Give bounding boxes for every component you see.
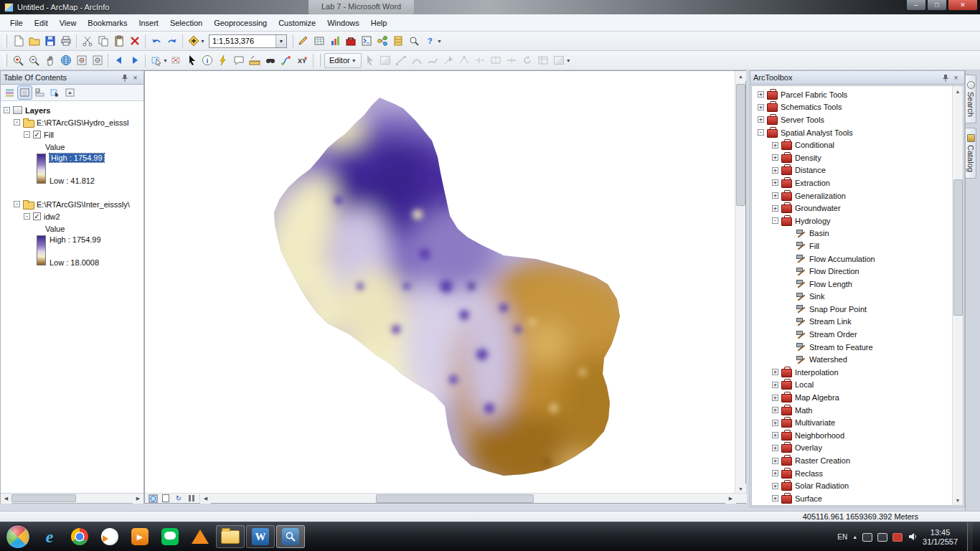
toolbox-tree-item[interactable]: + Conditional — [753, 138, 963, 151]
select-elements-icon[interactable] — [184, 53, 199, 68]
toolbox-tree-item[interactable]: + Reclass — [753, 467, 963, 480]
arctoolbox-vertical-scrollbar[interactable]: ▲ ▼ — [952, 86, 963, 505]
show-desktop-button[interactable] — [967, 522, 973, 551]
data-view-button[interactable] — [147, 494, 159, 503]
cut-polygons-icon[interactable] — [489, 53, 504, 68]
scroll-right-arrow[interactable]: ▶ — [725, 494, 736, 504]
editor-toolbar-icon[interactable] — [296, 34, 311, 49]
scroll-down-arrow[interactable]: ▼ — [735, 484, 746, 494]
hyperlink-icon[interactable] — [216, 53, 231, 68]
close-panel-icon[interactable]: × — [130, 73, 141, 83]
pin-icon[interactable] — [119, 73, 130, 83]
menu-item[interactable]: Help — [365, 16, 393, 30]
toc-layer-item[interactable]: - ✓ Fill — [4, 128, 143, 141]
pin-icon[interactable] — [940, 73, 951, 83]
layout-view-button[interactable] — [160, 494, 171, 503]
toolbox-tree-item[interactable]: Stream Order — [753, 328, 963, 341]
scroll-left-arrow[interactable]: ◀ — [200, 494, 211, 504]
edit-annotation-icon[interactable] — [378, 53, 393, 68]
point-tool-icon[interactable] — [441, 53, 456, 68]
rotate-tool-icon[interactable] — [520, 53, 535, 68]
background-window-title[interactable]: Lab 7 - Microsoft Word — [308, 0, 414, 14]
toolbar-overflow-arrow[interactable]: ▼ — [566, 58, 571, 63]
toolbox-tree-item[interactable]: + Schematics Tools — [753, 101, 963, 114]
expand-collapse-icon[interactable]: + — [772, 369, 778, 375]
menu-item[interactable]: File — [4, 16, 29, 30]
toolbox-tree-item[interactable]: Flow Direction — [753, 265, 963, 278]
identify-icon[interactable]: i — [200, 53, 215, 68]
menu-item[interactable]: Selection — [164, 16, 208, 30]
zoom-in-icon[interactable] — [11, 53, 26, 68]
expand-collapse-icon[interactable]: + — [772, 179, 778, 186]
start-button[interactable] — [6, 524, 30, 549]
toolbox-tree-item[interactable]: + Overlay — [753, 442, 963, 455]
toolbox-tree-item[interactable]: Watershed — [753, 353, 963, 366]
toolbox-tree-item[interactable]: Stream Link — [753, 316, 963, 329]
copy-icon[interactable] — [95, 34, 110, 49]
menu-item[interactable]: Geoprocessing — [208, 16, 273, 30]
expand-collapse-icon[interactable]: + — [758, 104, 764, 110]
toolbox-tree-item[interactable]: + Generalization — [753, 189, 963, 202]
expand-collapse-icon[interactable]: + — [772, 432, 778, 438]
legend-high-label[interactable]: High : 1754.99 — [50, 235, 101, 244]
catalog-tab[interactable]: Catalog — [966, 128, 976, 179]
catalog-window-icon[interactable] — [391, 34, 406, 49]
endpoint-arc-icon[interactable] — [410, 53, 425, 68]
toolbox-tree-item[interactable]: + Distance — [753, 164, 963, 177]
expand-collapse-icon[interactable]: + — [772, 483, 778, 489]
hidden-icons-arrow[interactable]: ▲ — [852, 534, 857, 540]
add-data-icon[interactable] — [186, 34, 201, 49]
list-by-visibility-icon[interactable] — [33, 86, 47, 99]
expand-collapse-icon[interactable]: + — [758, 116, 764, 123]
toolbox-tree-item[interactable]: + Density — [753, 151, 963, 164]
expand-collapse-icon[interactable]: + — [772, 192, 778, 199]
horizontal-scroll-thumb[interactable] — [376, 494, 534, 503]
go-to-xy-icon[interactable]: XY — [295, 53, 310, 68]
toolbox-tree-item[interactable]: + Multivariate — [753, 416, 963, 429]
scroll-right-arrow[interactable]: ▶ — [133, 494, 143, 504]
find-icon[interactable] — [263, 53, 278, 68]
toolbox-tree-item[interactable]: + Solar Radiation — [753, 479, 963, 492]
menu-item[interactable]: Edit — [29, 16, 54, 30]
cut-icon[interactable] — [80, 34, 95, 49]
scroll-up-arrow[interactable]: ▲ — [735, 71, 746, 81]
collapse-icon[interactable]: - — [24, 213, 30, 220]
fixed-zoom-in-icon[interactable] — [74, 53, 89, 68]
expand-collapse-icon[interactable]: + — [772, 167, 778, 174]
back-extent-icon[interactable] — [111, 53, 126, 68]
list-by-drawing-order-icon[interactable] — [3, 86, 17, 99]
toolbar-grip[interactable] — [4, 54, 7, 67]
taskbar-magnifier-icon[interactable] — [276, 525, 305, 548]
toolbox-tree-item[interactable]: Flow Length — [753, 278, 963, 291]
expand-collapse-icon[interactable]: + — [772, 495, 778, 501]
chart-icon[interactable] — [328, 34, 343, 49]
toolbox-tree-item[interactable]: + Server Tools — [753, 113, 963, 126]
minimize-button[interactable]: – — [906, 0, 926, 11]
taskbar-chrome-icon[interactable] — [65, 525, 94, 548]
close-panel-icon[interactable]: × — [951, 73, 961, 83]
paste-icon[interactable] — [111, 34, 126, 49]
select-features-dropdown-arrow[interactable]: ▼ — [163, 58, 168, 63]
toolbox-tree-item[interactable]: + Parcel Fabric Tools — [753, 88, 963, 101]
add-data-dropdown-arrow[interactable]: ▼ — [200, 39, 205, 44]
toolbox-tree-item[interactable]: Fill — [753, 240, 963, 253]
legend-low-label[interactable]: Low : 18.0008 — [50, 258, 101, 267]
expand-collapse-icon[interactable]: + — [772, 154, 778, 161]
toolbox-tree-item[interactable]: + Local — [753, 379, 963, 392]
layer-visibility-checkbox[interactable]: ✓ — [33, 131, 41, 138]
pan-hand-icon[interactable] — [42, 53, 57, 68]
split-tool-icon[interactable] — [504, 53, 519, 68]
menu-item[interactable]: Windows — [321, 16, 365, 30]
toolbox-tree-item[interactable]: Flow Accumulation — [753, 253, 963, 265]
expand-collapse-icon[interactable]: + — [772, 470, 778, 476]
taskbar-browser-icon[interactable] — [95, 525, 124, 548]
expand-collapse-icon[interactable]: + — [772, 142, 778, 149]
taskbar-word-icon[interactable]: W — [246, 525, 275, 548]
toolbox-tree-item[interactable]: + Extraction — [753, 176, 963, 189]
toolbox-tree-item[interactable]: + Map Algebra — [753, 391, 963, 404]
expand-collapse-icon[interactable]: + — [772, 395, 778, 401]
scroll-up-arrow[interactable]: ▲ — [953, 86, 963, 96]
collapse-icon[interactable]: - — [14, 119, 20, 126]
toc-layers-root[interactable]: - Layers — [4, 104, 143, 116]
search-tab[interactable]: Search — [966, 75, 976, 123]
